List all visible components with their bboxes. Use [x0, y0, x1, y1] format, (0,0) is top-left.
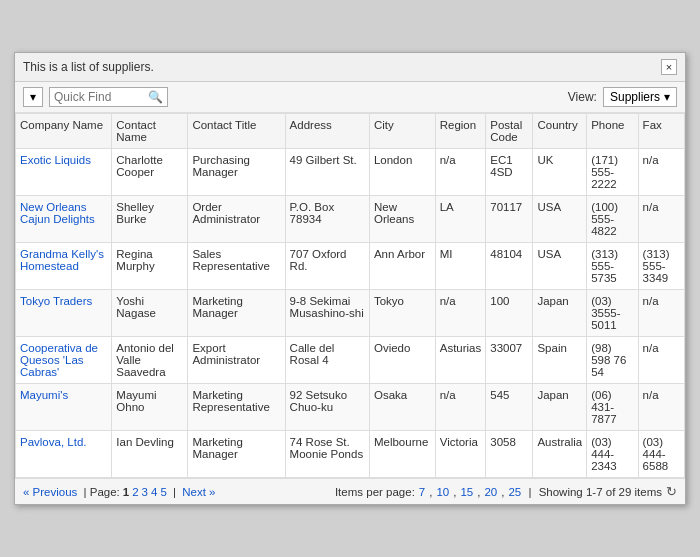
items-per-page-label: Items per page: — [335, 486, 415, 498]
table-row: New Orleans Cajun DelightsShelley BurkeO… — [16, 196, 685, 243]
items-25-link[interactable]: 25 — [508, 486, 521, 498]
cell-phone: (171) 555-2222 — [587, 149, 638, 196]
cell-phone: (98) 598 76 54 — [587, 337, 638, 384]
col-address: Address — [285, 114, 369, 149]
cell-company[interactable]: New Orleans Cajun Delights — [16, 196, 112, 243]
refresh-icon[interactable]: ↻ — [666, 484, 677, 499]
cell-postal: 100 — [486, 290, 533, 337]
page-3-link[interactable]: 3 — [142, 486, 148, 498]
page-1-link[interactable]: 1 — [123, 486, 129, 498]
cell-contact-name: Regina Murphy — [112, 243, 188, 290]
cell-fax: n/a — [638, 290, 684, 337]
sep: | — [170, 486, 179, 498]
showing-label: Showing 1-7 of 29 items — [539, 486, 662, 498]
col-company: Company Name — [16, 114, 112, 149]
cell-country: Japan — [533, 384, 587, 431]
cell-company[interactable]: Exotic Liquids — [16, 149, 112, 196]
cell-country: USA — [533, 196, 587, 243]
cell-city: Melbourne — [369, 431, 435, 478]
sep4: , — [501, 486, 504, 498]
cell-phone: (100) 555-4822 — [587, 196, 638, 243]
cell-company-link[interactable]: Cooperativa de Quesos 'Las Cabras' — [20, 342, 98, 378]
filter-dropdown-button[interactable]: ▾ — [23, 87, 43, 107]
cell-company-link[interactable]: Pavlova, Ltd. — [20, 436, 86, 448]
search-input[interactable] — [54, 90, 144, 104]
items-15-link[interactable]: 15 — [460, 486, 473, 498]
cell-contact-name: Antonio del Valle Saavedra — [112, 337, 188, 384]
prev-page-link[interactable]: « Previous — [23, 486, 77, 498]
cell-address: P.O. Box 78934 — [285, 196, 369, 243]
cell-phone: (06) 431-7877 — [587, 384, 638, 431]
cell-country: Spain — [533, 337, 587, 384]
cell-region: LA — [435, 196, 486, 243]
cell-city: New Orleans — [369, 196, 435, 243]
cell-country: Australia — [533, 431, 587, 478]
view-dropdown-arrow: ▾ — [664, 90, 670, 104]
suppliers-table: Company Name Contact Name Contact Title … — [15, 113, 685, 478]
col-fax: Fax — [638, 114, 684, 149]
cell-country: UK — [533, 149, 587, 196]
cell-address: 707 Oxford Rd. — [285, 243, 369, 290]
search-box: 🔍 — [49, 87, 168, 107]
cell-contact-title: Marketing Manager — [188, 431, 285, 478]
cell-fax: (03) 444-6588 — [638, 431, 684, 478]
cell-contact-name: Shelley Burke — [112, 196, 188, 243]
cell-phone: (03) 444-2343 — [587, 431, 638, 478]
title-bar: This is a list of suppliers. × — [15, 53, 685, 82]
col-contact-title: Contact Title — [188, 114, 285, 149]
cell-address: 9-8 Sekimai Musashino-shi — [285, 290, 369, 337]
filter-dropdown-icon: ▾ — [30, 90, 36, 104]
cell-company[interactable]: Pavlova, Ltd. — [16, 431, 112, 478]
table-row: Grandma Kelly's HomesteadRegina MurphySa… — [16, 243, 685, 290]
sep3: , — [477, 486, 480, 498]
pagination: « Previous | Page: 1 2 3 4 5 | Next » — [23, 486, 215, 498]
items-7-link[interactable]: 7 — [419, 486, 425, 498]
cell-company[interactable]: Cooperativa de Quesos 'Las Cabras' — [16, 337, 112, 384]
table-row: Exotic LiquidsCharlotte CooperPurchasing… — [16, 149, 685, 196]
cell-fax: n/a — [638, 337, 684, 384]
items-10-link[interactable]: 10 — [436, 486, 449, 498]
toolbar: ▾ 🔍 View: Suppliers ▾ — [15, 82, 685, 113]
cell-company-link[interactable]: Mayumi's — [20, 389, 68, 401]
cell-company-link[interactable]: Tokyo Traders — [20, 295, 92, 307]
cell-address: 49 Gilbert St. — [285, 149, 369, 196]
table-container: Company Name Contact Name Contact Title … — [15, 113, 685, 478]
cell-address: 92 Setsuko Chuo-ku — [285, 384, 369, 431]
search-icon[interactable]: 🔍 — [148, 90, 163, 104]
footer-right: Items per page: 7, 10, 15, 20, 25 | Show… — [335, 484, 677, 499]
cell-company[interactable]: Grandma Kelly's Homestead — [16, 243, 112, 290]
cell-contact-name: Ian Devling — [112, 431, 188, 478]
cell-phone: (03) 3555-5011 — [587, 290, 638, 337]
cell-company[interactable]: Mayumi's — [16, 384, 112, 431]
page-5-link[interactable]: 5 — [160, 486, 166, 498]
cell-company[interactable]: Tokyo Traders — [16, 290, 112, 337]
window-title: This is a list of suppliers. — [23, 60, 154, 74]
view-label: View: — [568, 90, 597, 104]
cell-company-link[interactable]: Grandma Kelly's Homestead — [20, 248, 104, 272]
cell-contact-title: Marketing Manager — [188, 290, 285, 337]
col-country: Country — [533, 114, 587, 149]
cell-postal: 545 — [486, 384, 533, 431]
cell-company-link[interactable]: Exotic Liquids — [20, 154, 91, 166]
col-contact-name: Contact Name — [112, 114, 188, 149]
cell-fax: (313) 555-3349 — [638, 243, 684, 290]
cell-country: USA — [533, 243, 587, 290]
items-20-link[interactable]: 20 — [484, 486, 497, 498]
cell-region: Asturias — [435, 337, 486, 384]
cell-address: 74 Rose St. Moonie Ponds — [285, 431, 369, 478]
table-row: Pavlova, Ltd.Ian DevlingMarketing Manage… — [16, 431, 685, 478]
cell-region: MI — [435, 243, 486, 290]
page-4-link[interactable]: 4 — [151, 486, 157, 498]
page-2-link[interactable]: 2 — [132, 486, 138, 498]
close-button[interactable]: × — [661, 59, 677, 75]
table-header-row: Company Name Contact Name Contact Title … — [16, 114, 685, 149]
next-page-link[interactable]: Next » — [182, 486, 215, 498]
cell-company-link[interactable]: New Orleans Cajun Delights — [20, 201, 95, 225]
view-dropdown[interactable]: Suppliers ▾ — [603, 87, 677, 107]
cell-contact-name: Yoshi Nagase — [112, 290, 188, 337]
cell-city: Oviedo — [369, 337, 435, 384]
cell-postal: 33007 — [486, 337, 533, 384]
cell-city: Osaka — [369, 384, 435, 431]
cell-city: Ann Arbor — [369, 243, 435, 290]
table-row: Mayumi'sMayumi OhnoMarketing Representat… — [16, 384, 685, 431]
